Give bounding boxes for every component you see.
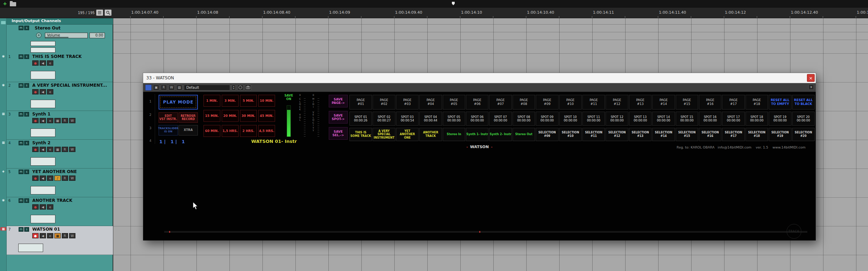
edit-channel-button[interactable]: e: [47, 204, 53, 210]
time-range-button[interactable]: 5 MIN.: [240, 95, 257, 107]
monitor-button[interactable]: ◀: [40, 89, 46, 94]
edit-channel-icon[interactable]: e: [36, 33, 41, 38]
read-automation-button[interactable]: R: [62, 233, 68, 238]
folder-icon[interactable]: [10, 2, 16, 6]
track-row[interactable]: 3msSynth 1●◀e▦RW: [7, 111, 113, 140]
track-row[interactable]: 1msTHIS IS SOME TRACK●◀e: [7, 53, 113, 82]
page-button[interactable]: PAGE #03: [396, 95, 419, 110]
mute-button[interactable]: m: [19, 227, 24, 232]
mute-button[interactable]: m: [19, 170, 24, 174]
page-button[interactable]: PAGE #12: [606, 95, 628, 110]
page-button[interactable]: PAGE #05: [443, 95, 465, 110]
mute-button[interactable]: m: [19, 26, 24, 30]
spot-button[interactable]: SPOT 20 00:00:00: [792, 112, 815, 126]
note-icon-button[interactable]: ♪: [54, 176, 61, 181]
page-button[interactable]: PAGE #02: [373, 95, 395, 110]
time-range-button[interactable]: 20 MIN.: [222, 110, 239, 122]
write-automation-icon[interactable]: W: [168, 85, 175, 91]
spot-button[interactable]: SPOT 06 00:00:00: [466, 112, 488, 126]
snapshot-camera-icon[interactable]: [245, 85, 251, 91]
time-range-button[interactable]: 15 MIN.: [203, 110, 220, 122]
selection-button[interactable]: YET ANOTHER ONE: [396, 128, 419, 141]
bus-row[interactable]: m s Stereo Out: [7, 25, 113, 32]
selection-button[interactable]: SELECTION #15: [676, 128, 698, 141]
instrument-icon-button[interactable]: ▦: [54, 233, 61, 238]
bypass-icon[interactable]: [237, 85, 243, 91]
write-automation-button[interactable]: W: [69, 118, 75, 123]
preset-combo[interactable]: Default: [184, 85, 230, 91]
edit-channel-button[interactable]: e: [47, 118, 53, 123]
add-icon[interactable]: +: [2, 1, 8, 7]
record-arm-button[interactable]: ●: [32, 233, 39, 238]
page-button[interactable]: PAGE #10: [559, 95, 582, 110]
page-button[interactable]: PAGE #04: [419, 95, 442, 110]
monitor-button[interactable]: ◀: [40, 60, 46, 66]
read-automation-icon[interactable]: R: [161, 85, 167, 91]
edit-channel-button[interactable]: e: [47, 89, 53, 94]
monitor-button[interactable]: ◀: [40, 233, 46, 238]
selection-button[interactable]: Synth 1- Instr: [466, 128, 488, 141]
record-arm-button[interactable]: ●: [32, 176, 39, 181]
write-automation-button[interactable]: W: [69, 147, 75, 152]
spot-button[interactable]: SPOT 14 00:00:00: [652, 112, 675, 126]
edit-channel-button[interactable]: e: [47, 176, 53, 181]
mute-button[interactable]: m: [19, 54, 24, 59]
selection-button[interactable]: SELECTION #11: [582, 128, 605, 141]
instrument-icon-button[interactable]: ▦: [54, 147, 61, 152]
toolbar-collapse-icon[interactable]: ▾: [808, 84, 814, 90]
selection-button[interactable]: ANOTHER TRACK: [419, 128, 442, 141]
track-row[interactable]: 2msA VERY SPECIAL INSTRUMENT...●◀e: [7, 82, 113, 111]
reset-all-button[interactable]: RESET ALL TO BLACK: [792, 95, 815, 110]
volume-value[interactable]: 0.00: [89, 33, 105, 38]
save-on-indicator[interactable]: SAVE ON: [282, 94, 295, 101]
spot-button[interactable]: SPOT 19 00:00:00: [769, 112, 791, 126]
selection-button[interactable]: SELECTION #12: [606, 128, 628, 141]
track-row[interactable]: 4msSynth 2●◀e▦RW: [7, 140, 113, 168]
spot-button[interactable]: SPOT 05 00:00:00: [443, 112, 465, 126]
solo-button[interactable]: s: [24, 83, 29, 88]
page-button[interactable]: PAGE #06: [466, 95, 488, 110]
write-automation-button[interactable]: W: [69, 176, 75, 181]
mute-button[interactable]: m: [19, 83, 24, 88]
selection-button[interactable]: SELECTION #09: [536, 128, 558, 141]
time-range-button[interactable]: 45 MIN.: [258, 110, 275, 122]
preset-down-icon[interactable]: ▾: [233, 87, 234, 90]
save-page-button[interactable]: SAVE PAGE->: [329, 95, 348, 107]
record-arm-button[interactable]: ●: [32, 60, 39, 66]
plugin-titlebar[interactable]: 33 - WATSON ×: [143, 73, 816, 83]
io-channels-header[interactable]: Input/Output Channels: [7, 17, 113, 25]
selection-button[interactable]: Stereo In: [443, 128, 465, 141]
plugin-window[interactable]: 33 - WATSON × ▣ R W ▤ Default ▴▾ ▾ 1234 …: [143, 73, 816, 240]
solo-button[interactable]: s: [24, 198, 29, 203]
spot-button[interactable]: SPOT 18 00:00:00: [746, 112, 768, 126]
save-selection-button[interactable]: SAVE SEL.->: [329, 127, 348, 140]
page-button[interactable]: PAGE #15: [676, 95, 698, 110]
solo-button[interactable]: s: [24, 54, 29, 59]
solo-button[interactable]: s: [24, 141, 29, 145]
spot-button[interactable]: SPOT 01 00:00:26: [349, 112, 372, 126]
solo-button[interactable]: s: [24, 26, 29, 30]
selection-button[interactable]: Synth 2- Instr: [489, 128, 512, 141]
page-button[interactable]: PAGE #14: [652, 95, 675, 110]
selection-button[interactable]: SELECTION #13: [629, 128, 652, 141]
spot-button[interactable]: SPOT 09 00:00:00: [536, 112, 558, 126]
mute-button[interactable]: m: [19, 141, 24, 145]
time-range-button[interactable]: 4,5 HRS.: [258, 125, 275, 137]
read-automation-button[interactable]: R: [62, 176, 68, 181]
volume-slider[interactable]: Volume: [45, 33, 88, 38]
selection-button[interactable]: SELECTION #16: [699, 128, 721, 141]
read-automation-button[interactable]: R: [62, 118, 68, 123]
mute-button[interactable]: m: [19, 198, 24, 203]
close-button[interactable]: ×: [807, 74, 815, 82]
selection-button[interactable]: SELECTION #18: [746, 128, 768, 141]
time-range-button[interactable]: 1 MIN.: [203, 95, 220, 107]
spot-button[interactable]: SPOT 10 00:00:00: [559, 112, 582, 126]
selection-button[interactable]: Stereo Out: [513, 128, 535, 141]
edit-vst-instrument-button[interactable]: EDIT VST INSTR.: [159, 112, 178, 123]
write-automation-button[interactable]: W: [69, 233, 75, 238]
time-range-button[interactable]: 10 MIN.: [258, 95, 275, 107]
retrospective-record-button[interactable]: RETROSP. RECORD: [179, 112, 198, 123]
read-automation-button[interactable]: R: [62, 147, 68, 152]
xtra-button[interactable]: XTRA: [179, 125, 198, 136]
solo-button[interactable]: s: [24, 170, 29, 174]
